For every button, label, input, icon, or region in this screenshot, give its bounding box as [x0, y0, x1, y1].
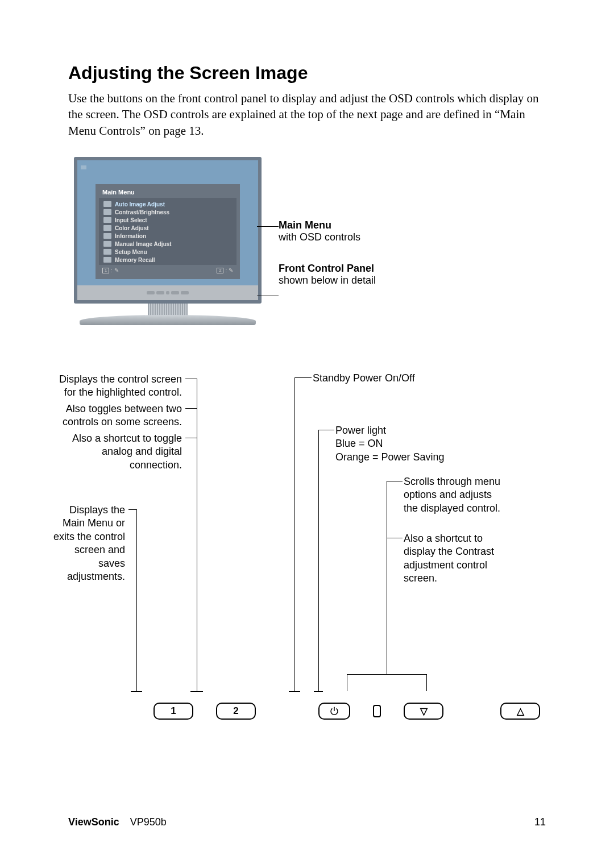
- callout-contrast-shortcut: Also a shortcut to display the Contrast …: [404, 532, 506, 585]
- callout-power-light-line: Power light: [335, 424, 483, 437]
- osd-foot-left: 1: ✎: [102, 267, 119, 273]
- callout-power-light-line: Orange = Power Saving: [335, 451, 483, 464]
- power-icon: [329, 706, 339, 716]
- osd-foot-right: 2: ✎: [217, 267, 233, 273]
- callout-displays-main-menu: Displays the Main Menu or exits the cont…: [51, 504, 125, 583]
- intro-paragraph: Use the buttons on the front control pan…: [68, 90, 546, 139]
- panel-power-led: [373, 705, 381, 717]
- label-front-panel-title: Front Control Panel: [279, 263, 376, 275]
- osd-title: Main Menu: [99, 188, 237, 198]
- footer-model: VP950b: [130, 816, 167, 828]
- osd-item: Color Adjust: [102, 224, 233, 232]
- label-front-panel-sub: shown below in detail: [279, 275, 376, 286]
- callout-toggles-controls: Also toggles between two controls on som…: [57, 402, 182, 429]
- corner-icon: [81, 165, 86, 169]
- page-heading: Adjusting the Screen Image: [68, 63, 546, 84]
- panel-button-down[interactable]: ▽: [404, 703, 443, 720]
- callout-power-light-line: Blue = ON: [335, 437, 483, 450]
- leader-line: [257, 226, 279, 227]
- callout-standby-power: Standby Power On/Off: [313, 372, 426, 385]
- monitor-illustration: Main Menu Auto Image Adjust Contrast/Bri…: [68, 157, 546, 344]
- osd-item: Contrast/Brightness: [102, 208, 233, 216]
- monitor-chin: [77, 285, 258, 300]
- osd-item: Input Select: [102, 216, 233, 224]
- osd-item: Setup Menu: [102, 248, 233, 256]
- osd-item: Memory Recall: [102, 256, 233, 264]
- label-main-menu-title: Main Menu: [279, 219, 376, 231]
- panel-button-1[interactable]: 1: [154, 703, 193, 720]
- footer-page-number: 11: [534, 816, 546, 828]
- control-panel-diagram: Displays the control screen for the high…: [68, 367, 546, 720]
- monitor-stand-base: [80, 315, 256, 325]
- osd-item: Information: [102, 232, 233, 240]
- panel-button-power[interactable]: [318, 703, 350, 720]
- leader-line: [257, 296, 279, 296]
- osd-item: Manual Image Adjust: [102, 240, 233, 248]
- osd-window: Main Menu Auto Image Adjust Contrast/Bri…: [96, 184, 240, 279]
- panel-button-2[interactable]: 2: [216, 703, 256, 720]
- panel-button-up[interactable]: △: [500, 703, 540, 720]
- footer-brand: ViewSonic: [68, 816, 119, 828]
- osd-item: Auto Image Adjust: [102, 200, 233, 208]
- callout-shortcut-toggle-analog-digital: Also a shortcut to toggle analog and dig…: [57, 432, 182, 472]
- callout-scrolls-menu: Scrolls through menu options and adjusts…: [404, 475, 506, 515]
- callout-power-light: Power light Blue = ON Orange = Power Sav…: [335, 424, 483, 464]
- label-main-menu-sub: with OSD controls: [279, 231, 376, 243]
- monitor-stand-neck: [148, 304, 188, 316]
- callout-displays-control-screen: Displays the control screen for the high…: [57, 373, 182, 400]
